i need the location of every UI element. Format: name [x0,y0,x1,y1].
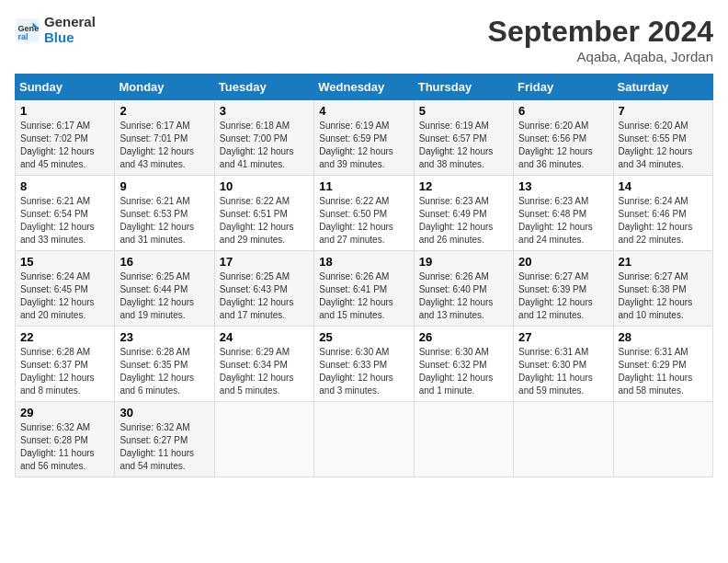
header-saturday: Saturday [613,75,712,100]
calendar-table: Sunday Monday Tuesday Wednesday Thursday… [15,74,713,477]
location-title: Aqaba, Aqaba, Jordan [488,49,713,64]
table-row: 16Sunrise: 6:25 AMSunset: 6:44 PMDayligh… [115,251,214,327]
page-header: Gene ral General Blue September 2024 Aqa… [15,15,713,64]
table-row [214,402,313,477]
table-row: 22Sunrise: 6:28 AMSunset: 6:37 PMDayligh… [16,327,115,402]
svg-text:ral: ral [18,31,28,40]
table-row: 7Sunrise: 6:20 AMSunset: 6:55 PMDaylight… [613,100,712,176]
table-row: 26Sunrise: 6:30 AMSunset: 6:32 PMDayligh… [414,327,513,402]
logo-text-general: General [44,15,96,30]
table-row: 19Sunrise: 6:26 AMSunset: 6:40 PMDayligh… [414,251,513,327]
table-row: 21Sunrise: 6:27 AMSunset: 6:38 PMDayligh… [613,251,712,327]
header-tuesday: Tuesday [214,75,313,100]
table-row: 27Sunrise: 6:31 AMSunset: 6:30 PMDayligh… [514,327,613,402]
header-friday: Friday [514,75,613,100]
header-sunday: Sunday [16,75,115,100]
table-row: 15Sunrise: 6:24 AMSunset: 6:45 PMDayligh… [16,251,115,327]
header-thursday: Thursday [414,75,513,100]
calendar-week-0: 1Sunrise: 6:17 AMSunset: 7:02 PMDaylight… [16,100,713,176]
table-row: 8Sunrise: 6:21 AMSunset: 6:54 PMDaylight… [16,176,115,251]
table-row: 11Sunrise: 6:22 AMSunset: 6:50 PMDayligh… [314,176,414,251]
table-row: 25Sunrise: 6:30 AMSunset: 6:33 PMDayligh… [314,327,414,402]
header-monday: Monday [115,75,214,100]
weekday-header-row: Sunday Monday Tuesday Wednesday Thursday… [16,75,713,100]
table-row: 10Sunrise: 6:22 AMSunset: 6:51 PMDayligh… [214,176,313,251]
table-row: 1Sunrise: 6:17 AMSunset: 7:02 PMDaylight… [16,100,115,176]
table-row: 3Sunrise: 6:18 AMSunset: 7:00 PMDaylight… [214,100,313,176]
calendar-week-2: 15Sunrise: 6:24 AMSunset: 6:45 PMDayligh… [16,251,713,327]
table-row: 14Sunrise: 6:24 AMSunset: 6:46 PMDayligh… [613,176,712,251]
table-row: 29Sunrise: 6:32 AMSunset: 6:28 PMDayligh… [16,402,115,477]
table-row: 12Sunrise: 6:23 AMSunset: 6:49 PMDayligh… [414,176,513,251]
table-row: 30Sunrise: 6:32 AMSunset: 6:27 PMDayligh… [115,402,214,477]
table-row: 23Sunrise: 6:28 AMSunset: 6:35 PMDayligh… [115,327,214,402]
table-row: 5Sunrise: 6:19 AMSunset: 6:57 PMDaylight… [414,100,513,176]
table-row: 18Sunrise: 6:26 AMSunset: 6:41 PMDayligh… [314,251,414,327]
calendar-week-1: 8Sunrise: 6:21 AMSunset: 6:54 PMDaylight… [16,176,713,251]
table-row [314,402,414,477]
table-row [414,402,513,477]
table-row: 6Sunrise: 6:20 AMSunset: 6:56 PMDaylight… [514,100,613,176]
table-row: 13Sunrise: 6:23 AMSunset: 6:48 PMDayligh… [514,176,613,251]
title-area: September 2024 Aqaba, Aqaba, Jordan [488,15,713,64]
table-row: 28Sunrise: 6:31 AMSunset: 6:29 PMDayligh… [613,327,712,402]
month-title: September 2024 [488,15,713,49]
table-row [613,402,712,477]
table-row: 9Sunrise: 6:21 AMSunset: 6:53 PMDaylight… [115,176,214,251]
table-row: 20Sunrise: 6:27 AMSunset: 6:39 PMDayligh… [514,251,613,327]
table-row: 4Sunrise: 6:19 AMSunset: 6:59 PMDaylight… [314,100,414,176]
logo-icon: Gene ral [15,17,40,43]
table-row: 2Sunrise: 6:17 AMSunset: 7:01 PMDaylight… [115,100,214,176]
table-row: 17Sunrise: 6:25 AMSunset: 6:43 PMDayligh… [214,251,313,327]
table-row: 24Sunrise: 6:29 AMSunset: 6:34 PMDayligh… [214,327,313,402]
header-wednesday: Wednesday [314,75,414,100]
table-row [514,402,613,477]
calendar-week-5: 29Sunrise: 6:32 AMSunset: 6:28 PMDayligh… [16,402,713,477]
calendar-week-3: 22Sunrise: 6:28 AMSunset: 6:37 PMDayligh… [16,327,713,402]
logo-text-blue: Blue [44,30,96,46]
logo: Gene ral General Blue [15,15,96,45]
